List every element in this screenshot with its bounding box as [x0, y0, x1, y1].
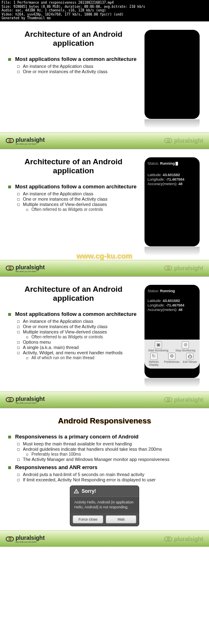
- brand-watermark: pluralsight: [164, 137, 203, 144]
- force-close-button[interactable]: Force close: [73, 515, 103, 523]
- play-icon: ▣: [155, 341, 162, 349]
- slide-footer: pluralsightsee what you can learn plural…: [0, 530, 209, 547]
- bullet-main: Responsiveness is a primary concern of A…: [8, 434, 201, 440]
- bullet-sub2: Often referred to as Widgets or controls: [26, 207, 139, 212]
- bullet-sub: The Activity Manager and Windows Manager…: [17, 457, 201, 462]
- meta-video: Video: h264, yuv420p, 1024x768, 177 kb/s…: [2, 13, 207, 17]
- bullet-sub: An instance of the Application class: [17, 64, 139, 69]
- bullet-sub: One or more instances of the Activity cl…: [17, 324, 139, 329]
- slide-footer: pluralsightsee what you can learn plural…: [0, 391, 209, 408]
- eye-icon: [164, 138, 172, 143]
- brand-watermark: pluralsight: [164, 265, 203, 271]
- exit-viewer-button[interactable]: ⏻Exit Viewer: [181, 353, 198, 366]
- brand-logo: pluralsightsee what you can learn: [6, 534, 45, 543]
- bullet-main: Most applications follow a common archit…: [8, 311, 139, 317]
- device-status: Status: Running: [148, 161, 196, 165]
- device-lat: Latitude: 43.601582: [148, 299, 196, 303]
- slide-4: Android Responsiveness Responsiveness is…: [0, 408, 209, 547]
- refresh-display-button[interactable]: ↻Refresh Display: [145, 353, 162, 366]
- eye-icon: [164, 266, 172, 271]
- start-monitoring-button[interactable]: ▣Start Monitoring: [145, 341, 172, 352]
- device-lat: Latitude: 43.601582: [148, 173, 196, 177]
- meta-generator: Generated by Thumbnail me: [2, 16, 207, 20]
- slide-footer: pluralsightsee what you can learn plural…: [0, 260, 209, 276]
- bullet-sub: One or more instances of the Activity cl…: [17, 69, 139, 74]
- bullet-sub2: Preferably less than 100ms: [26, 452, 201, 456]
- anr-dialog: Sorry! Activity Hello, Android (in appli…: [70, 485, 139, 526]
- meta-size: Size: 9280051 bytes (8.86 MiB), duration…: [2, 5, 207, 9]
- power-icon: ⏻: [186, 353, 193, 360]
- brand-logo: pluralsightsee what you can learn: [6, 396, 45, 404]
- slide-title: Architecture of an Android application: [8, 30, 139, 48]
- bullet-main: Most applications follow a common archit…: [8, 183, 139, 190]
- dialog-body: Activity Hello, Android (in application …: [70, 497, 139, 513]
- brand-logo: pluralsightsee what you can learn: [6, 136, 45, 145]
- cursor-icon: [176, 162, 178, 165]
- bullet-sub: Activity, Widget, and menu event handler…: [17, 350, 139, 355]
- slide-title: Android Responsiveness: [8, 416, 201, 425]
- device-acc: Accuracy(meters): 48: [148, 182, 196, 186]
- bullet-sub2: All of which run on the main thread: [26, 356, 139, 360]
- stop-monitoring-button[interactable]: ⊘Stop Monitoring: [172, 341, 199, 352]
- device-acc: Accuracy(meters): 48: [148, 308, 196, 312]
- eye-icon: [6, 397, 14, 402]
- dialog-header: Sorry!: [70, 486, 139, 497]
- eye-icon: [6, 138, 14, 143]
- bullet-sub: Must keep the main thread available for …: [17, 441, 201, 446]
- slide-footer: pluralsightsee what you can learn plural…: [0, 132, 209, 149]
- bullet-sub: Multiple instances of View-derived class…: [17, 329, 139, 334]
- warning-icon: [73, 488, 79, 494]
- slide-3: Architecture of an Android application M…: [0, 276, 209, 408]
- gear-icon: ⚙: [168, 353, 176, 360]
- bullet-sub: Android guidelines indicate that handler…: [17, 447, 201, 452]
- device-mockup-running: Status: Running Latitude: 43.601582 Long…: [145, 157, 200, 246]
- device-lon: Longitude: -71.467584: [148, 303, 196, 307]
- stop-icon: ⊘: [182, 341, 189, 349]
- meta-file: File: 1 Performance and responsiveness 2…: [2, 1, 207, 5]
- brand-watermark: pluralsight: [164, 396, 203, 403]
- device-mockup-menu: Status: Running Latitude: 43.601582 Long…: [145, 285, 200, 378]
- meta-audio: Audio: aac, 44100 Hz, 1 channels, s16, 1…: [2, 9, 207, 13]
- eye-icon: [6, 266, 14, 271]
- slide-title: Architecture of an Android application: [8, 285, 139, 303]
- slide-title: Architecture of an Android application: [8, 157, 139, 175]
- device-reflection: [145, 119, 200, 128]
- brand-logo: pluralsightsee what you can learn: [6, 264, 45, 273]
- refresh-icon: ↻: [150, 353, 158, 360]
- preferences-button[interactable]: ⚙Preferences: [163, 353, 180, 366]
- bullet-sub: If limit exceeded, Activity Not Respondi…: [17, 477, 201, 482]
- eye-icon: [164, 397, 172, 402]
- eye-icon: [164, 537, 172, 541]
- bullet-sub: An instance of the Application class: [17, 191, 139, 196]
- slide-1: Architecture of an Android application M…: [0, 21, 209, 149]
- device-reflection: [145, 378, 200, 387]
- device-status: Status: Running: [148, 289, 196, 293]
- device-lon: Longitude: -71.467584: [148, 177, 196, 181]
- bullet-sub: An instance of the Application class: [17, 319, 139, 324]
- device-reflection: [145, 247, 200, 256]
- bullet-sub: Options menu: [17, 340, 139, 344]
- bullet-sub: A single (a.k.a. main) thread: [17, 345, 139, 350]
- bullet-sub2: Often referred to as Widgets or controls: [26, 335, 139, 339]
- bullet-sub: One or more instances of the Activity cl…: [17, 197, 139, 201]
- slide-2: Architecture of an Android application M…: [0, 149, 209, 276]
- bullet-main: Responsiveness and ANR errors: [8, 464, 201, 470]
- wait-button[interactable]: Wait: [106, 515, 136, 523]
- eye-icon: [6, 537, 14, 541]
- file-metadata-header: File: 1 Performance and responsiveness 2…: [0, 0, 209, 21]
- brand-watermark: pluralsight: [164, 536, 203, 542]
- bullet-main: Most applications follow a common archit…: [8, 56, 139, 62]
- bullet-sub: Multiple instances of View-derived class…: [17, 202, 139, 207]
- bullet-sub: Android puts a hard-limit of 5 seconds o…: [17, 472, 201, 477]
- device-mockup-blank: [145, 30, 200, 119]
